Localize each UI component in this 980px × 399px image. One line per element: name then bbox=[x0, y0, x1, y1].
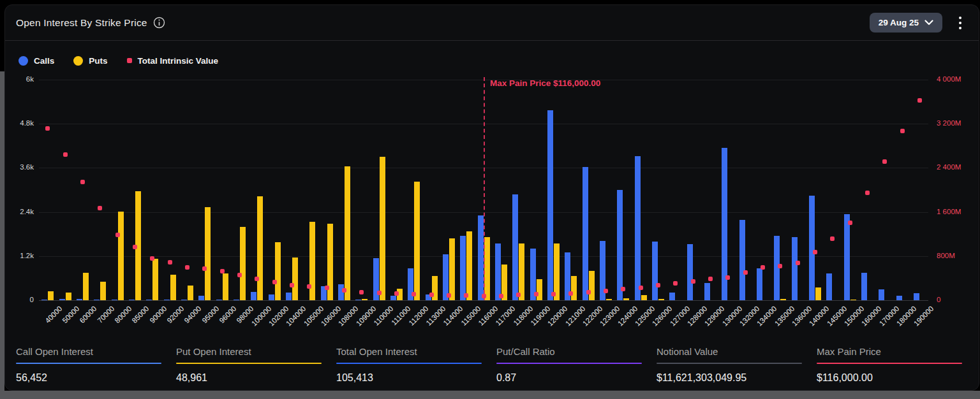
call-bar bbox=[844, 214, 850, 300]
chart: 6k4 000M4.8k3 200M3.6k2 400M2.4k1 600M1.… bbox=[5, 71, 979, 338]
put-bar bbox=[589, 271, 595, 300]
put-bar bbox=[100, 282, 106, 300]
total-intrinsic-value-point bbox=[568, 291, 573, 296]
put-bar bbox=[345, 166, 350, 300]
x-axis-label: 80000 bbox=[113, 305, 133, 324]
call-bar bbox=[583, 167, 588, 300]
stat-call-open-interest: Call Open Interest 56,452 bbox=[16, 346, 161, 384]
total-intrinsic-value-point bbox=[133, 245, 137, 249]
put-bar bbox=[641, 295, 647, 300]
call-bar bbox=[181, 300, 187, 300]
date-selector-button[interactable]: 29 Aug 25 bbox=[870, 13, 942, 33]
call-bar bbox=[478, 215, 484, 300]
put-bar bbox=[362, 299, 368, 300]
stat-value: 105,413 bbox=[336, 372, 482, 384]
put-bar bbox=[118, 212, 124, 300]
stat-value: 48,961 bbox=[176, 372, 322, 384]
put-bar bbox=[66, 293, 71, 300]
put-bar bbox=[466, 231, 472, 300]
put-bar bbox=[257, 196, 263, 300]
call-bar bbox=[198, 296, 204, 300]
gridline bbox=[39, 300, 928, 301]
call-bar bbox=[164, 300, 170, 300]
stat-underline bbox=[496, 363, 642, 365]
y-axis-left-label: 0 bbox=[5, 296, 34, 303]
total-intrinsic-value-point bbox=[464, 293, 468, 298]
call-bar bbox=[861, 273, 867, 300]
call-bar bbox=[896, 296, 902, 300]
stat-total-open-interest: Total Open Interest 105,413 bbox=[336, 346, 482, 384]
total-intrinsic-value-point bbox=[412, 292, 416, 296]
max-pain-line bbox=[484, 77, 485, 300]
stat-label: Total Open Interest bbox=[336, 346, 482, 357]
y-axis-right-label: 800M bbox=[937, 252, 955, 259]
total-intrinsic-value-point bbox=[237, 273, 242, 277]
legend-label: Total Intrinsic Value bbox=[138, 56, 219, 66]
y-axis-left-label: 6k bbox=[5, 75, 34, 83]
call-bar bbox=[146, 300, 152, 300]
legend-label: Puts bbox=[89, 56, 107, 66]
total-intrinsic-value-point bbox=[80, 180, 85, 184]
calls-legend-marker bbox=[19, 56, 28, 66]
total-intrinsic-value-point bbox=[185, 265, 189, 270]
total-intrinsic-value-point bbox=[272, 280, 277, 284]
x-axis-label: 40000 bbox=[43, 305, 63, 324]
total-intrinsic-value-point bbox=[63, 152, 68, 157]
total-intrinsic-value-point bbox=[621, 287, 625, 291]
put-bar bbox=[606, 299, 612, 300]
total-intrinsic-value-point bbox=[639, 286, 643, 290]
intrinsic-value-legend-marker bbox=[127, 58, 132, 63]
total-intrinsic-value-point bbox=[882, 159, 887, 164]
total-intrinsic-value-point bbox=[708, 277, 713, 281]
put-bar bbox=[188, 286, 193, 300]
y-axis-left-label: 1.2k bbox=[5, 252, 34, 259]
stat-underline bbox=[657, 363, 802, 365]
call-bar bbox=[495, 243, 501, 300]
call-bar bbox=[792, 237, 798, 300]
kebab-dot bbox=[959, 27, 961, 29]
total-intrinsic-value-point bbox=[586, 290, 591, 294]
legend-item-calls[interactable]: Calls bbox=[19, 56, 54, 66]
total-intrinsic-value-point bbox=[534, 292, 538, 296]
stat-max-pain-price: Max Pain Price $116,000.00 bbox=[817, 346, 962, 384]
call-bar bbox=[547, 110, 553, 300]
legend-item-puts[interactable]: Puts bbox=[73, 56, 107, 66]
x-axis-label: 95000 bbox=[200, 305, 220, 324]
put-bar bbox=[658, 299, 664, 300]
total-intrinsic-value-point bbox=[499, 294, 503, 298]
call-bar bbox=[216, 300, 222, 300]
call-bar bbox=[879, 289, 884, 300]
total-intrinsic-value-point bbox=[900, 129, 905, 133]
call-bar bbox=[512, 194, 518, 300]
page: { "header": { "title": "Open Interest By… bbox=[0, 0, 980, 399]
call-bar bbox=[460, 236, 466, 300]
max-pain-annotation: Max Pain Price $116,000.00 bbox=[490, 78, 600, 88]
total-intrinsic-value-point bbox=[813, 250, 817, 254]
y-axis-left-label: 3.6k bbox=[5, 163, 34, 171]
y-axis-right-label: 1 600M bbox=[937, 208, 961, 215]
legend-item-total-intrinsic-value[interactable]: Total Intrinsic Value bbox=[127, 56, 219, 66]
call-bar bbox=[251, 292, 256, 300]
total-intrinsic-value-point bbox=[865, 191, 870, 195]
total-intrinsic-value-point bbox=[255, 277, 259, 281]
stat-label: Notional Value bbox=[657, 346, 802, 357]
put-bar bbox=[83, 273, 89, 300]
stat-label: Put Open Interest bbox=[176, 346, 322, 357]
stat-value: $11,621,303,049.95 bbox=[657, 372, 802, 384]
legend-label: Calls bbox=[34, 56, 54, 66]
total-intrinsic-value-point bbox=[168, 260, 172, 265]
total-intrinsic-value-point bbox=[447, 293, 451, 298]
kebab-dot bbox=[959, 22, 961, 24]
total-intrinsic-value-point bbox=[516, 293, 521, 297]
x-axis-label: 90000 bbox=[148, 305, 168, 324]
put-bar bbox=[571, 276, 577, 300]
total-intrinsic-value-point bbox=[604, 289, 608, 293]
total-intrinsic-value-point bbox=[656, 283, 660, 287]
total-intrinsic-value-point bbox=[796, 261, 800, 265]
put-bar bbox=[380, 157, 385, 300]
total-intrinsic-value-point bbox=[761, 265, 765, 270]
total-intrinsic-value-point bbox=[45, 126, 50, 131]
info-icon[interactable] bbox=[153, 17, 165, 29]
call-bar bbox=[129, 300, 135, 300]
kebab-menu-button[interactable] bbox=[956, 14, 964, 32]
